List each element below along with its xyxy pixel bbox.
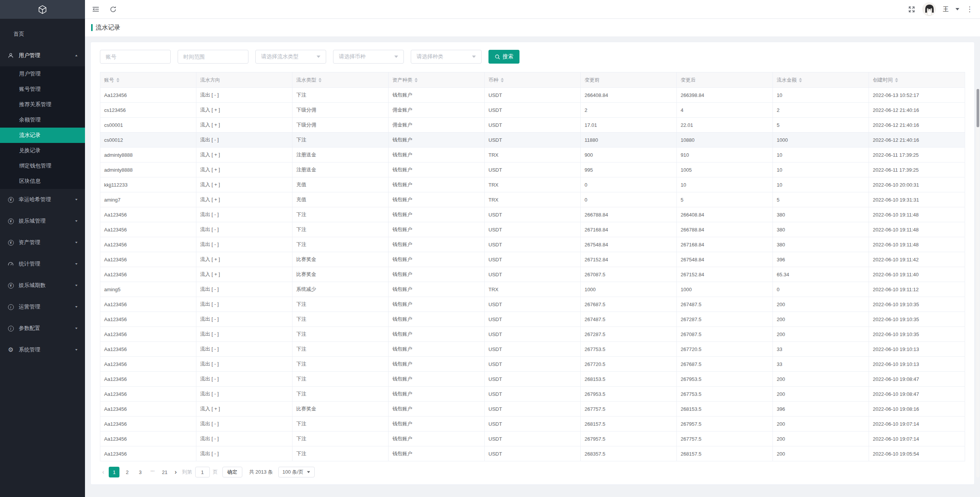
- chevron-down-icon: ▼: [75, 348, 78, 351]
- cell-flow-type: 下注: [292, 222, 389, 237]
- cell-before: 900: [581, 148, 677, 162]
- column-header-amount[interactable]: 流水金额: [773, 72, 869, 88]
- cell-flow-type: 下级分佣: [292, 118, 389, 133]
- sort-icon[interactable]: [415, 78, 418, 82]
- sidebar-item-user-management[interactable]: 用户管理▲: [0, 45, 85, 66]
- cell-after: 1000: [677, 282, 773, 297]
- column-header-created-at[interactable]: 创建时间: [869, 72, 965, 88]
- sidebar-item-balance-management[interactable]: 余额管理: [0, 112, 85, 128]
- cell-after: 1005: [677, 162, 773, 177]
- table-row: Aa123456流出 [ - ]下注钱包账户USDT267487.5267287…: [100, 312, 965, 327]
- page-ellipsis: ...: [148, 467, 157, 477]
- cell-amount: 10: [773, 148, 869, 162]
- sidebar-item-flow-records[interactable]: 流水记录: [0, 128, 85, 143]
- refresh-icon[interactable]: [109, 6, 117, 13]
- page-size-select[interactable]: 100 条/页: [278, 467, 315, 477]
- sidebar-item-exchange-records[interactable]: 兑换记录: [0, 143, 85, 158]
- cell-after: 266408.84: [677, 207, 773, 222]
- avatar[interactable]: [922, 2, 936, 16]
- page-number-1[interactable]: 1: [109, 467, 119, 477]
- cell-asset-type: 钱包账户: [389, 133, 485, 148]
- cell-direction: 流入 [ + ]: [196, 177, 292, 192]
- column-header-currency[interactable]: 币种: [485, 72, 581, 88]
- cell-account: aming5: [100, 282, 196, 297]
- sidebar-item-casino-periods[interactable]: ¥娱乐城期数▼: [0, 275, 85, 296]
- sidebar-item-account-management[interactable]: 账号管理: [0, 82, 85, 97]
- account-input[interactable]: [100, 50, 171, 64]
- more-menu-icon[interactable]: ⋮: [966, 6, 973, 13]
- sidebar-item-referral-management[interactable]: 推荐关系管理: [0, 97, 85, 112]
- column-label: 创建时间: [873, 77, 893, 84]
- column-header-asset-type[interactable]: 资产种类: [389, 72, 485, 88]
- cell-asset-type: 钱包账户: [389, 446, 485, 461]
- cell-after: 268153.5: [677, 402, 773, 417]
- page-number-21[interactable]: 21: [159, 467, 170, 477]
- time-range-input[interactable]: [178, 50, 248, 64]
- cell-account: Aa123456: [100, 267, 196, 282]
- sidebar-item-casino-management[interactable]: ¥娱乐城管理▼: [0, 210, 85, 232]
- sidebar-item-block-info[interactable]: 区块信息: [0, 174, 85, 189]
- sidebar-item-wallet-binding[interactable]: 绑定钱包管理: [0, 158, 85, 174]
- confirm-button[interactable]: 确定: [222, 467, 242, 477]
- cell-flow-type: 下注: [292, 327, 389, 342]
- cell-asset-type: 钱包账户: [389, 267, 485, 282]
- cell-currency: USDT: [485, 431, 581, 446]
- main-area: 王 ⋮ 流水记录 请选择流水类型 请选择币种 请选择种类: [85, 0, 980, 497]
- sidebar-item-system-management[interactable]: ⚙系统管理▼: [0, 339, 85, 361]
- sort-icon[interactable]: [799, 78, 802, 82]
- column-header-inner: 资产种类: [392, 77, 480, 84]
- flow-type-select[interactable]: 请选择流水类型: [255, 50, 326, 64]
- cell-asset-type: 钱包账户: [389, 297, 485, 312]
- sidebar-menu: 首页用户管理▲用户管理账号管理推荐关系管理余额管理流水记录兑换记录绑定钱包管理区…: [0, 19, 85, 361]
- fullscreen-icon[interactable]: [908, 6, 915, 13]
- sidebar-item-lucky-hash-management[interactable]: ¥幸运哈希管理▼: [0, 189, 85, 210]
- cell-created-at: 2022-06-11 17:39:25: [869, 162, 965, 177]
- sidebar-item-operations-management[interactable]: i运营管理▼: [0, 296, 85, 318]
- cell-currency: USDT: [485, 207, 581, 222]
- cell-currency: USDT: [485, 162, 581, 177]
- currency-select[interactable]: 请选择币种: [333, 50, 404, 64]
- cell-amount: 5: [773, 118, 869, 133]
- column-header-inner: 流水方向: [200, 77, 288, 84]
- cell-created-at: 2022-06-10 19:11:42: [869, 252, 965, 267]
- cell-direction: 流出 [ - ]: [196, 431, 292, 446]
- sidebar-item-parameter-config[interactable]: i参数配置▼: [0, 318, 85, 339]
- sidebar-item-home[interactable]: 首页: [0, 23, 85, 45]
- cell-currency: USDT: [485, 417, 581, 431]
- sidebar-item-statistics-management[interactable]: 统计管理▼: [0, 253, 85, 275]
- cell-direction: 流出 [ - ]: [196, 312, 292, 327]
- cell-flow-type: 注册送金: [292, 162, 389, 177]
- column-label: 流水方向: [200, 77, 220, 84]
- search-button[interactable]: 搜索: [488, 50, 519, 64]
- collapse-sidebar-icon[interactable]: [92, 5, 100, 13]
- jump-page-input[interactable]: [195, 467, 210, 477]
- pagination: ‹ 123...21 › 到第 页 确定 共 2013 条 100 条/页: [100, 467, 965, 477]
- yen-circle-icon: ¥: [8, 282, 14, 289]
- cell-after: 267957.5: [677, 417, 773, 431]
- sort-icon[interactable]: [318, 78, 322, 82]
- sidebar-item-user-management-sub[interactable]: 用户管理: [0, 66, 85, 82]
- column-header-account[interactable]: 账号: [100, 72, 196, 88]
- cell-before: 267087.5: [581, 267, 677, 282]
- sort-icon[interactable]: [116, 78, 119, 82]
- sort-icon[interactable]: [501, 78, 504, 82]
- sort-icon[interactable]: [895, 78, 898, 82]
- cell-direction: 流出 [ - ]: [196, 372, 292, 387]
- page-number-3[interactable]: 3: [135, 467, 145, 477]
- cell-asset-type: 钱包账户: [389, 417, 485, 431]
- cell-flow-type: 充值: [292, 177, 389, 192]
- scrollbar-thumb[interactable]: [977, 89, 979, 127]
- chevron-up-icon: ▲: [75, 54, 78, 57]
- next-page-icon[interactable]: ›: [172, 469, 179, 476]
- jump-suffix-label: 页: [213, 469, 218, 476]
- sidebar-item-asset-management[interactable]: ¥资产管理▼: [0, 232, 85, 253]
- cell-amount: 200: [773, 431, 869, 446]
- sidebar-item-label: 用户管理: [19, 52, 75, 59]
- prev-page-icon[interactable]: ‹: [100, 469, 106, 476]
- sidebar-item-label: 流水记录: [19, 132, 41, 139]
- category-select[interactable]: 请选择种类: [411, 50, 482, 64]
- user-menu-caret-icon[interactable]: [956, 8, 959, 10]
- column-header-flow-type[interactable]: 流水类型: [292, 72, 389, 88]
- page-number-2[interactable]: 2: [122, 467, 132, 477]
- cell-flow-type: 下注: [292, 417, 389, 431]
